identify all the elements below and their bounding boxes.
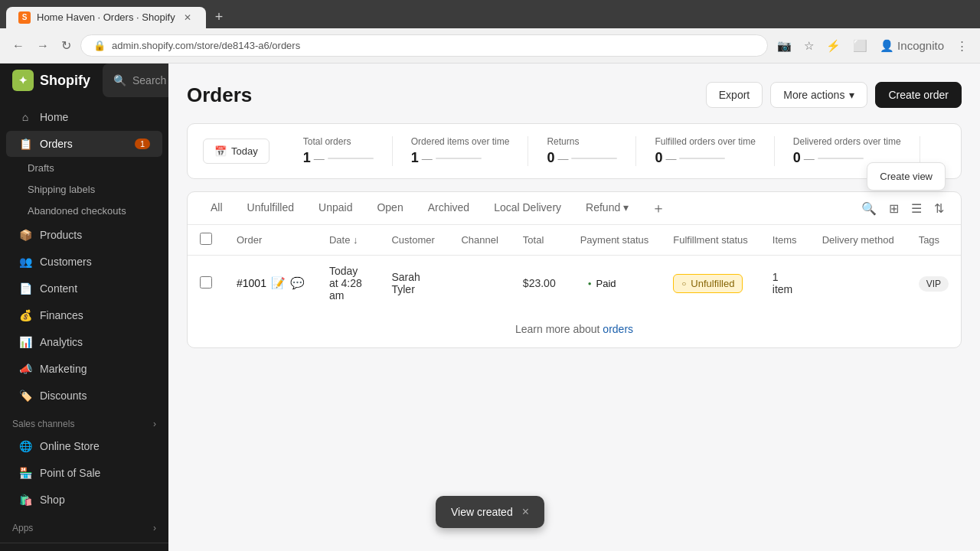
sidebar-item-home[interactable]: ⌂ Home — [6, 104, 162, 130]
sidebar-item-drafts[interactable]: Drafts — [6, 158, 162, 178]
stat-total-orders-label: Total orders — [303, 136, 374, 147]
sidebar-item-shipping-labels-label: Shipping labels — [28, 184, 95, 195]
stats-date[interactable]: 📅 Today — [203, 139, 270, 164]
tab-close-button[interactable]: ✕ — [181, 11, 194, 24]
sales-channels-section: Sales channels › — [0, 409, 168, 432]
sidebar-item-finances[interactable]: 💰 Finances — [6, 302, 162, 328]
sidebar-item-shop[interactable]: 🛍️ Shop — [6, 487, 162, 513]
sidebar: ✦ Shopify 🔍 Search Ctrl K 🔔 1 Home Haven… — [0, 64, 168, 551]
select-all-checkbox[interactable] — [200, 233, 212, 245]
tab-title: Home Haven · Orders · Shopify — [37, 11, 175, 23]
stat-returns-value: 0 — [547, 150, 554, 166]
create-order-button[interactable]: Create order — [875, 82, 962, 108]
menu-icon[interactable]: ⋮ — [953, 36, 971, 56]
tab-open[interactable]: Open — [366, 192, 413, 224]
shop-icon: 🛍️ — [18, 493, 32, 507]
order-link[interactable]: #1001 — [237, 277, 266, 289]
sales-channels-arrow[interactable]: › — [153, 419, 156, 429]
camera-icon[interactable]: 📷 — [774, 36, 795, 56]
bookmark-icon[interactable]: ☆ — [801, 36, 817, 56]
col-channel-label: Channel — [461, 234, 498, 246]
tab-unfulfilled-label: Unfulfilled — [247, 201, 294, 214]
more-actions-chevron-icon: ▾ — [849, 89, 854, 101]
profile-icon[interactable]: 👤 Incognito — [877, 36, 947, 56]
cell-order: #1001 📝 💬 — [224, 256, 317, 311]
toast-notification: View created × — [436, 496, 544, 528]
more-actions-button[interactable]: More actions ▾ — [770, 82, 867, 108]
col-tags-label: Tags — [919, 234, 939, 246]
sort-button[interactable]: ⇅ — [929, 197, 949, 220]
cell-fulfillment-status: Unfulfilled — [661, 256, 760, 311]
back-button[interactable]: ← — [9, 36, 28, 56]
stat-fulfilled-orders-label: Fulfilled orders over time — [655, 136, 755, 147]
sidebar-item-abandoned-checkouts-label: Abandoned checkouts — [28, 205, 126, 217]
sidebar-item-orders-label: Orders — [40, 138, 73, 150]
reload-button[interactable]: ↻ — [58, 35, 74, 56]
online-store-icon: 🌐 — [18, 439, 32, 453]
col-date[interactable]: Date ↓ — [317, 225, 380, 256]
tab-refund[interactable]: Refund ▾ — [575, 192, 639, 224]
stat-returns-label: Returns — [547, 136, 617, 147]
search-bar[interactable]: 🔍 Search Ctrl K — [103, 64, 168, 97]
stat-total-orders-dash: — — [314, 152, 325, 165]
learn-more-link[interactable]: orders — [603, 323, 633, 335]
apps-label: Apps — [12, 523, 33, 533]
sidebar-item-customers[interactable]: 👥 Customers — [6, 249, 162, 275]
col-payment-status: Payment status — [568, 225, 662, 256]
forward-button[interactable]: → — [34, 36, 52, 56]
toast-close-button[interactable]: × — [522, 505, 529, 519]
apps-arrow[interactable]: › — [153, 523, 156, 533]
sidebar-item-drafts-label: Drafts — [28, 162, 54, 174]
sidebar-item-abandoned-checkouts[interactable]: Abandoned checkouts — [6, 201, 162, 221]
cell-date: Today at 4:28 am — [317, 256, 380, 311]
tab-all[interactable]: All — [200, 192, 234, 224]
active-tab[interactable]: S Home Haven · Orders · Shopify ✕ — [6, 7, 206, 28]
row-checkbox[interactable] — [200, 276, 212, 289]
tab-unfulfilled[interactable]: Unfulfilled — [237, 192, 305, 224]
sidebar-item-home-label: Home — [40, 111, 68, 123]
sidebar-item-discounts[interactable]: 🏷️ Discounts — [6, 383, 162, 409]
sidebar-item-shop-label: Shop — [40, 494, 65, 506]
col-fulfillment-status-label: Fulfillment status — [673, 234, 748, 246]
cell-delivery-method — [810, 256, 906, 311]
stats-bar: 📅 Today Total orders 1 — Ordered items o… — [187, 123, 962, 179]
tab-archived[interactable]: Archived — [417, 192, 480, 224]
tab-unpaid[interactable]: Unpaid — [308, 192, 363, 224]
url-bar[interactable]: 🔒 admin.shopify.com/store/de8143-a6/orde… — [80, 34, 768, 57]
create-view-popup[interactable]: Create view — [867, 162, 946, 191]
tab-local-delivery[interactable]: Local Delivery — [483, 192, 572, 224]
add-view-button[interactable]: ＋ — [645, 193, 671, 223]
sidebar-item-marketing[interactable]: 📣 Marketing — [6, 356, 162, 382]
new-tab-button[interactable]: + — [209, 6, 230, 28]
cell-customer: Sarah Tyler — [379, 256, 449, 311]
header-actions: Export More actions ▾ Create order — [706, 82, 962, 108]
sidebar-item-products[interactable]: 📦 Products — [6, 222, 162, 248]
extensions-icon[interactable]: ⚡ — [823, 36, 844, 56]
stat-ordered-items-value: 1 — [411, 150, 419, 166]
col-order: Order — [224, 225, 317, 256]
filter-button[interactable]: ⊞ — [884, 197, 903, 220]
sidebar-item-content[interactable]: 📄 Content — [6, 276, 162, 302]
sidebar-item-point-of-sale[interactable]: 🏪 Point of Sale — [6, 460, 162, 486]
sidebar-item-content-label: Content — [40, 282, 77, 295]
orders-table: Order Date ↓ Customer Channel Total Paym… — [188, 225, 961, 311]
sidebar-item-pos-label: Point of Sale — [40, 467, 100, 479]
url-text: admin.shopify.com/store/de8143-a6/orders — [112, 40, 300, 51]
columns-button[interactable]: ☰ — [906, 197, 926, 220]
col-payment-status-label: Payment status — [580, 234, 649, 246]
message-icon: 💬 — [290, 276, 305, 290]
sidebar-item-online-store[interactable]: 🌐 Online Store — [6, 433, 162, 459]
cell-tags: VIP — [906, 256, 961, 311]
sidebar-item-analytics[interactable]: 📊 Analytics — [6, 329, 162, 355]
col-date-sort-icon: ↓ — [353, 234, 358, 246]
stat-fulfilled-orders: Fulfilled orders over time 0 — — [636, 136, 774, 166]
search-orders-button[interactable]: 🔍 — [857, 197, 881, 220]
tablet-icon[interactable]: ⬜ — [850, 36, 871, 56]
col-items-label: Items — [773, 234, 797, 246]
stat-ordered-items-line: 1 — — [411, 150, 510, 166]
sidebar-item-shipping-labels[interactable]: Shipping labels — [6, 179, 162, 200]
export-button[interactable]: Export — [706, 82, 763, 108]
sidebar-item-orders[interactable]: 📋 Orders 1 — [6, 131, 162, 157]
table-row[interactable]: #1001 📝 💬 Today at 4:28 am Sarah Tyler $… — [188, 256, 961, 311]
shopify-logo-icon: ✦ — [12, 70, 34, 91]
